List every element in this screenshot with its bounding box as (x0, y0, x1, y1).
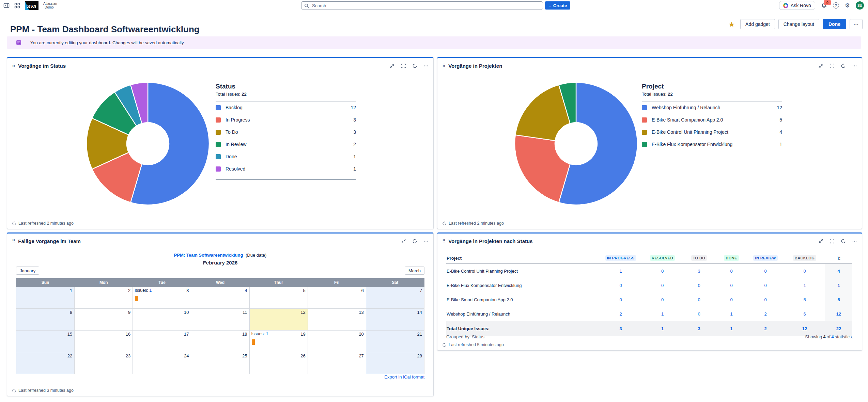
refresh-icon[interactable] (412, 63, 417, 68)
calendar-day-cell[interactable]: 9 (75, 309, 133, 331)
row-total-link[interactable]: 1 (837, 283, 840, 288)
calendar-day-cell[interactable]: 21 (366, 331, 424, 352)
count-link[interactable]: 0 (764, 297, 766, 302)
count-link[interactable]: 1 (661, 311, 664, 317)
status-lozenge[interactable]: IN REVIEW (753, 255, 777, 261)
calendar-day-cell[interactable]: 26 (249, 352, 308, 374)
global-search[interactable] (301, 1, 543, 10)
calendar-day-cell[interactable]: 14 (366, 309, 424, 331)
drag-handle-icon[interactable]: ⠿ (442, 238, 446, 244)
count-link[interactable]: 0 (619, 297, 622, 302)
calendar-issues-link[interactable]: 1 (149, 288, 152, 293)
add-gadget-button[interactable]: Add gadget (740, 19, 775, 29)
calendar-issues-link[interactable]: 1 (266, 332, 268, 336)
row-total-link[interactable]: 5 (837, 297, 840, 302)
count-link[interactable]: 2 (619, 311, 622, 317)
calendar-day-cell[interactable]: 27 (308, 352, 366, 374)
count-link[interactable]: 0 (661, 283, 664, 288)
count-link[interactable]: 0 (661, 269, 664, 274)
calendar-day-cell[interactable]: 4 (191, 287, 249, 309)
status-lozenge[interactable]: BACKLOG (793, 255, 816, 261)
calendar-day-cell[interactable]: 10 (133, 309, 191, 331)
calendar-day-cell[interactable]: 7 (366, 287, 424, 309)
refresh-icon[interactable] (841, 239, 846, 244)
pie-segment-E-Bike Smart Companion App 2.0[interactable] (515, 135, 570, 202)
calendar-day-cell[interactable]: 12 (249, 309, 308, 331)
calendar-day-cell[interactable]: 28 (366, 352, 424, 374)
calendar-day-cell[interactable]: 1 (16, 287, 75, 309)
count-link[interactable]: 0 (619, 283, 622, 288)
total-count-link[interactable]: 3 (619, 326, 622, 331)
row-total-link[interactable]: 12 (836, 311, 841, 317)
app-switcher-icon[interactable] (14, 3, 20, 9)
favorite-star-icon[interactable]: ★ (728, 21, 735, 28)
calendar-day-cell[interactable]: 15 (16, 331, 75, 352)
calendar-day-cell[interactable]: 22 (16, 352, 75, 374)
total-count-link[interactable]: 12 (802, 326, 807, 331)
previous-month-button[interactable]: January (16, 267, 39, 275)
calendar-day-cell[interactable]: 18 (191, 331, 249, 352)
refresh-icon[interactable] (412, 239, 417, 244)
more-options-icon[interactable] (852, 239, 857, 244)
count-link[interactable]: 0 (730, 283, 732, 288)
count-link[interactable]: 5 (803, 297, 806, 302)
count-link[interactable]: 6 (803, 311, 806, 317)
status-lozenge[interactable]: RESOLVED (650, 255, 675, 261)
count-link[interactable]: 3 (698, 269, 700, 274)
status-lozenge[interactable]: TO DO (691, 255, 707, 261)
count-link[interactable]: 0 (661, 297, 664, 302)
drag-handle-icon[interactable]: ⠿ (442, 63, 446, 68)
count-link[interactable]: 0 (730, 297, 732, 302)
done-button[interactable]: Done (823, 19, 846, 29)
calendar-day-cell[interactable]: 5 (249, 287, 308, 309)
help-icon[interactable]: ? (833, 2, 839, 9)
count-link[interactable]: 0 (698, 283, 700, 288)
calendar-day-cell[interactable]: 2 (75, 287, 133, 309)
expand-icon[interactable] (830, 63, 835, 68)
drag-handle-icon[interactable]: ⠿ (12, 63, 15, 68)
count-link[interactable]: 1 (803, 283, 806, 288)
calendar-day-cell[interactable]: 24 (133, 352, 191, 374)
user-avatar[interactable]: SU (856, 1, 864, 10)
collapse-icon[interactable] (401, 239, 406, 244)
count-link[interactable]: 2 (764, 311, 766, 317)
total-count-link[interactable]: 1 (661, 326, 664, 331)
expand-icon[interactable] (401, 63, 406, 68)
settings-gear-icon[interactable]: ⚙ (845, 3, 850, 9)
count-link[interactable]: 0 (803, 269, 806, 274)
total-count-link[interactable]: 2 (764, 326, 766, 331)
calendar-day-cell[interactable]: 25 (191, 352, 249, 374)
calendar-day-cell[interactable]: 8 (16, 309, 75, 331)
saved-filter-link[interactable]: PPM: Team Softwareentwicklung (174, 253, 243, 258)
more-options-icon[interactable] (852, 63, 857, 68)
status-lozenge[interactable]: DONE (724, 255, 739, 261)
notifications-bell-icon[interactable]: 9 (821, 2, 827, 9)
calendar-day-cell[interactable]: 6 (308, 287, 366, 309)
refresh-icon[interactable] (841, 63, 846, 68)
search-input[interactable] (311, 3, 543, 9)
ask-rovo-button[interactable]: Ask Rovo (779, 1, 815, 10)
more-options-icon[interactable] (423, 239, 429, 244)
total-count-link[interactable]: 1 (730, 326, 732, 331)
collapse-icon[interactable] (818, 63, 823, 68)
collapse-icon[interactable] (390, 63, 395, 68)
more-actions-button[interactable]: ⋯ (850, 19, 863, 29)
count-link[interactable]: 0 (730, 269, 732, 274)
count-link[interactable]: 0 (764, 283, 766, 288)
status-lozenge[interactable]: IN PROGRESS (605, 255, 636, 261)
count-link[interactable]: 1 (619, 269, 622, 274)
grand-total-link[interactable]: 22 (836, 326, 841, 331)
export-ical-link[interactable]: Export in iCal format (384, 374, 424, 380)
calendar-day-cell[interactable]: Issues: 119 (249, 331, 308, 352)
count-link[interactable]: 0 (764, 269, 766, 274)
more-options-icon[interactable] (423, 63, 429, 68)
change-layout-button[interactable]: Change layout (778, 19, 819, 29)
row-total-link[interactable]: 4 (837, 269, 840, 274)
count-link[interactable]: 0 (698, 297, 700, 302)
issue-marker[interactable] (135, 296, 138, 301)
calendar-day-cell[interactable]: Issues: 13 (133, 287, 191, 309)
next-month-button[interactable]: March (405, 267, 424, 275)
expand-icon[interactable] (830, 239, 835, 244)
calendar-day-cell[interactable]: 17 (133, 331, 191, 352)
total-count-link[interactable]: 3 (698, 326, 700, 331)
